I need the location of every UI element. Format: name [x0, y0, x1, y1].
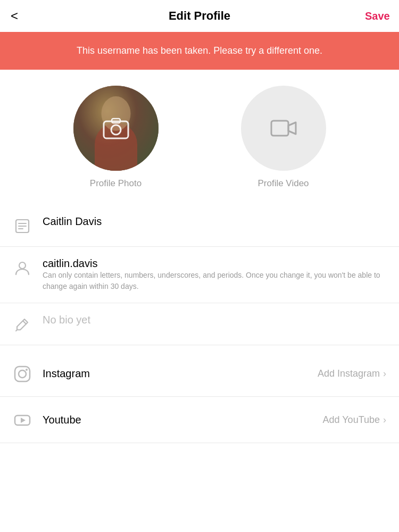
header: < Edit Profile Save [0, 0, 399, 32]
svg-line-10 [16, 330, 17, 331]
username-field-content: caitlin.davis Can only contain letters, … [43, 257, 386, 292]
username-hint: Can only contain letters, numbers, under… [43, 271, 380, 290]
svg-rect-0 [104, 121, 128, 138]
name-field-content: Caitlin Davis [43, 215, 386, 228]
form-section: Caitlin Davis caitlin.davis Can only con… [0, 200, 399, 351]
svg-line-9 [23, 321, 26, 324]
profile-photo-circle[interactable] [73, 86, 159, 171]
bio-field[interactable]: No bio yet [0, 303, 399, 345]
name-value: Caitlin Davis [43, 215, 386, 228]
video-icon [269, 114, 298, 143]
profile-media-section: Profile Photo Profile Video [0, 70, 399, 200]
username-value: caitlin.davis [43, 257, 386, 270]
bio-placeholder: No bio yet [43, 314, 90, 326]
instagram-field[interactable]: Instagram Add Instagram › [0, 351, 399, 397]
bio-icon [13, 315, 32, 334]
username-field[interactable]: caitlin.davis Can only contain letters, … [0, 247, 399, 303]
error-message: This username has been taken. Please try… [77, 45, 322, 56]
instagram-action: Add Instagram › [318, 368, 386, 379]
youtube-label: Youtube [43, 414, 312, 426]
username-icon [13, 259, 32, 278]
youtube-icon [13, 411, 32, 430]
svg-point-8 [19, 262, 26, 269]
youtube-chevron: › [383, 414, 386, 426]
svg-point-1 [111, 125, 121, 135]
svg-rect-3 [271, 121, 288, 136]
error-banner: This username has been taken. Please try… [0, 32, 399, 70]
name-icon [13, 217, 32, 236]
youtube-field[interactable]: Youtube Add YouTube › [0, 397, 399, 443]
profile-video-circle[interactable] [241, 86, 326, 171]
instagram-chevron: › [383, 368, 386, 379]
svg-rect-11 [15, 367, 30, 381]
back-button[interactable]: < [11, 9, 34, 23]
social-section: Instagram Add Instagram › Youtube Add Yo… [0, 351, 399, 443]
camera-overlay [73, 86, 159, 171]
profile-photo-item[interactable]: Profile Photo [73, 86, 159, 189]
instagram-label: Instagram [43, 368, 307, 380]
instagram-icon [13, 364, 32, 384]
page-title: Edit Profile [34, 9, 365, 23]
svg-point-13 [26, 369, 28, 371]
svg-point-12 [19, 370, 26, 378]
save-button[interactable]: Save [365, 10, 388, 22]
bio-field-content: No bio yet [43, 314, 386, 326]
profile-photo-label: Profile Photo [90, 178, 142, 189]
camera-icon [102, 114, 130, 143]
profile-video-item[interactable]: Profile Video [241, 86, 326, 189]
profile-video-label: Profile Video [257, 178, 309, 189]
youtube-action: Add YouTube › [323, 414, 386, 426]
svg-marker-15 [21, 418, 26, 423]
name-field[interactable]: Caitlin Davis [0, 205, 399, 247]
